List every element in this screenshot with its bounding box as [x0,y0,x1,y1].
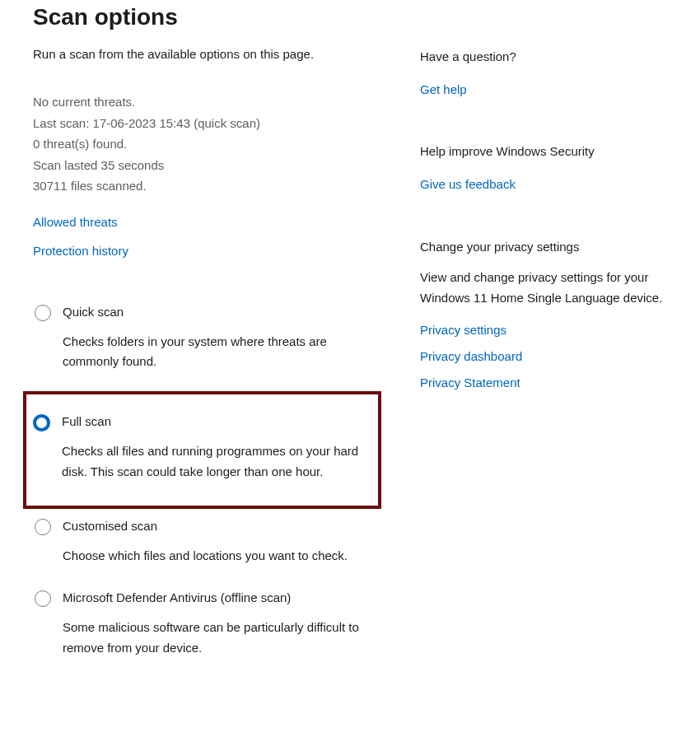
allowed-threats-link[interactable]: Allowed threats [33,213,375,231]
get-help-link[interactable]: Get help [420,77,667,103]
page-intro: Run a scan from the available options on… [33,45,375,63]
radio-full-scan[interactable] [33,414,50,431]
privacy-statement-link[interactable]: Privacy Statement [420,370,667,396]
option-body: Microsoft Defender Antivirus (offline sc… [63,589,375,659]
option-body: Quick scan Checks folders in your system… [63,303,375,373]
status-last-scan: Last scan: 17-06-2023 15:43 (quick scan) [33,113,375,134]
option-label: Customised scan [63,517,375,534]
side-privacy-heading: Change your privacy settings [420,240,667,254]
option-full-scan[interactable]: Full scan Checks all files and running p… [23,391,381,509]
scan-options-list: Quick scan Checks folders in your system… [33,299,375,674]
radio-offline-scan[interactable] [35,590,51,607]
option-quick-scan[interactable]: Quick scan Checks folders in your system… [33,299,375,388]
option-body: Full scan Checks all files and running p… [62,413,371,483]
side-privacy: Change your privacy settings View and ch… [420,240,667,397]
radio-quick-scan[interactable] [35,305,51,321]
option-label: Microsoft Defender Antivirus (offline sc… [63,589,375,606]
option-desc: Some malicious software can be particula… [63,618,375,659]
option-label: Full scan [62,413,371,430]
side-question-heading: Have a question? [420,49,667,63]
option-desc: Checks folders in your system where thre… [63,332,375,373]
side-question: Have a question? Get help [420,49,667,103]
status-files-scanned: 30711 files scanned. [33,175,375,197]
option-desc: Choose which files and locations you wan… [63,546,375,567]
status-block: No current threats. Last scan: 17-06-202… [33,91,375,197]
radio-customised-scan[interactable] [35,519,51,535]
status-threats-found: 0 threat(s) found. [33,133,375,155]
option-customised-scan[interactable]: Customised scan Choose which files and l… [33,513,375,581]
side-improve-heading: Help improve Windows Security [420,144,667,158]
status-duration: Scan lasted 35 seconds [33,155,375,176]
protection-history-link[interactable]: Protection history [33,242,375,259]
page-title: Scan options [33,4,375,30]
privacy-dashboard-link[interactable]: Privacy dashboard [420,343,667,370]
privacy-settings-link[interactable]: Privacy settings [420,317,667,343]
side-improve: Help improve Windows Security Give us fe… [420,144,667,198]
option-offline-scan[interactable]: Microsoft Defender Antivirus (offline sc… [33,585,375,674]
status-no-threats: No current threats. [33,91,375,113]
option-body: Customised scan Choose which files and l… [63,517,375,567]
option-desc: Checks all files and running programmes … [62,441,371,483]
option-label: Quick scan [63,303,375,320]
give-feedback-link[interactable]: Give us feedback [420,171,667,198]
side-privacy-desc: View and change privacy settings for you… [420,267,667,309]
